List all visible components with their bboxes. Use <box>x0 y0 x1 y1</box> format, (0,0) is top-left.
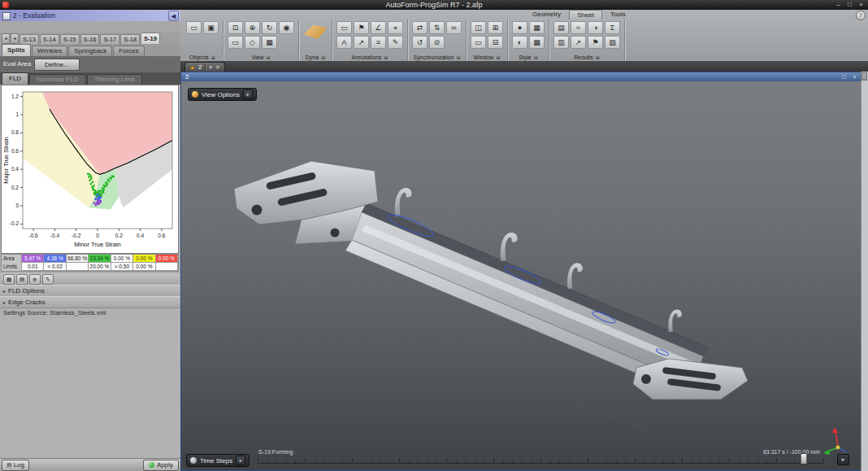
grid-view-icon[interactable]: ▦ <box>262 36 277 49</box>
limit-cell-1[interactable]: < 0.02 <box>44 263 66 271</box>
menu-tab-sheet[interactable]: Sheet <box>569 10 602 20</box>
menu-tab-tools[interactable]: Tools <box>603 10 633 19</box>
sync-off-icon[interactable]: ⊘ <box>429 36 445 49</box>
limit-cell-6[interactable] <box>156 263 178 271</box>
right-strip-button[interactable] <box>861 72 867 81</box>
viewport-maximize-button[interactable]: □ <box>840 72 848 81</box>
limit-cell-0[interactable]: 0.01 <box>22 263 44 271</box>
result-sum-icon[interactable]: Σ <box>605 21 620 34</box>
iso-view-icon[interactable]: ◇ <box>245 36 260 49</box>
result-tab-thinning-limit[interactable]: Thinning Limit <box>87 74 142 85</box>
group-expand-icon[interactable]: ⊞ <box>496 55 500 60</box>
camera-icon[interactable]: ◉ <box>279 21 294 34</box>
zoom-view-icon[interactable]: ⊕ <box>245 21 260 34</box>
split-window-icon[interactable]: ◫ <box>471 21 486 34</box>
text-icon[interactable]: A <box>336 36 352 49</box>
result-vector-icon[interactable]: ↗ <box>571 36 586 49</box>
result-curve-icon[interactable]: ≈ <box>571 21 586 34</box>
shaded-style-icon[interactable]: ● <box>512 21 527 34</box>
chart-table-icon[interactable]: ▦ <box>3 274 15 285</box>
stage-tab-s-17[interactable]: S-17 <box>100 34 119 44</box>
group-expand-icon[interactable]: ⊞ <box>456 55 460 60</box>
wireframe-style-icon[interactable]: ▦ <box>529 21 545 34</box>
stage-tab-s-19[interactable]: S-19 <box>141 33 160 44</box>
section-fld-options[interactable]: ▸FLD Options <box>0 285 180 297</box>
menu-tab-geometry[interactable]: Geometry <box>525 10 568 19</box>
single-window-icon[interactable]: ▭ <box>471 36 486 49</box>
limit-cell-2[interactable] <box>67 263 89 271</box>
label-icon[interactable]: ▭ <box>336 21 352 34</box>
category-tab-splits[interactable]: Splits <box>2 44 31 56</box>
result-flag-icon[interactable]: ⚑ <box>588 36 603 49</box>
group-expand-icon[interactable]: ⊞ <box>321 55 325 60</box>
fit-view-icon[interactable]: ⊡ <box>228 21 243 34</box>
arrow-annotation-icon[interactable]: ↗ <box>354 36 369 49</box>
sync-link-icon[interactable]: ∞ <box>446 21 462 34</box>
right-panel-strip[interactable] <box>861 72 868 471</box>
apply-button[interactable]: Apply <box>143 460 179 471</box>
fld-chart-svg[interactable]: -0.6-0.4-0.200.20.40.6-0.200.20.40.60.81… <box>2 85 178 253</box>
tile-window-icon[interactable]: ⊞ <box>488 21 503 34</box>
result-report-icon[interactable]: ▧ <box>605 36 620 49</box>
dyna-part-icon[interactable] <box>303 21 328 42</box>
maximize-button[interactable]: □ <box>844 0 855 10</box>
group-expand-icon[interactable]: ⊞ <box>267 55 271 60</box>
category-tab-forces[interactable]: Forces <box>113 46 144 56</box>
front-view-icon[interactable]: ▭ <box>228 36 243 49</box>
cascade-window-icon[interactable]: ⊟ <box>488 36 503 49</box>
mesh-style-icon[interactable]: ▩ <box>529 36 545 49</box>
time-steps-button[interactable]: Time Steps ▸ <box>186 454 250 467</box>
viewport-titlebar[interactable]: 2 □ × <box>181 72 861 81</box>
probe-icon[interactable]: ⌖ <box>388 21 403 34</box>
result-bars-icon[interactable]: ▥ <box>553 36 569 49</box>
stage-scroll-left-icon[interactable]: ◂ <box>2 33 10 44</box>
time-slider[interactable] <box>258 456 823 464</box>
stage-tab-s-13[interactable]: S-13 <box>20 34 39 44</box>
sync-vertical-icon[interactable]: ⇅ <box>429 21 445 34</box>
limit-cell-3[interactable]: 20.00 % <box>89 263 111 271</box>
viewport-close-button[interactable]: × <box>850 72 859 81</box>
sheet-metal-part[interactable] <box>181 81 861 464</box>
chart-zoom-icon[interactable]: ⊕ <box>29 274 41 285</box>
sync-horizontal-icon[interactable]: ⇄ <box>412 21 427 34</box>
angle-icon[interactable]: ∠ <box>371 21 386 34</box>
group-expand-icon[interactable]: ⊞ <box>534 55 538 60</box>
stage-scroll-left2-icon[interactable]: ◂ <box>11 33 19 44</box>
category-tab-springback[interactable]: Springback <box>68 46 112 56</box>
minimize-button[interactable]: – <box>833 0 844 10</box>
category-tab-wrinkles[interactable]: Wrinkles <box>32 46 68 56</box>
limit-cell-4[interactable]: > 0.50 <box>111 263 133 271</box>
flag-icon[interactable]: ⚑ <box>354 21 369 34</box>
document-tab-2[interactable]: ▲ 2 ▾ ✕ <box>184 62 225 72</box>
group-expand-icon[interactable]: ⊞ <box>211 55 215 60</box>
sheet-object-icon[interactable]: ▭ <box>186 21 202 34</box>
list-icon[interactable]: ≡ <box>371 36 386 49</box>
view-options-button[interactable]: View Options ▸ <box>188 88 257 101</box>
tool-object-icon[interactable]: ▣ <box>203 21 219 34</box>
view-options-chevron-icon[interactable]: ▸ <box>243 89 253 99</box>
result-scale-icon[interactable]: ▤ <box>553 21 569 34</box>
result-section-icon[interactable]: ◑ <box>588 21 603 34</box>
stage-tab-s-14[interactable]: S-14 <box>40 34 59 44</box>
sync-rotate-icon[interactable]: ↺ <box>412 36 427 49</box>
edit-annotation-icon[interactable]: ✎ <box>388 36 403 49</box>
result-tab-fld[interactable]: FLD <box>2 72 28 85</box>
time-slider-handle[interactable] <box>800 453 807 464</box>
result-tab-nonlinear-fld[interactable]: Nonlinear FLD <box>29 74 86 85</box>
time-steps-chevron-icon[interactable]: ▸ <box>236 456 245 465</box>
log-button[interactable]: ▤Log <box>2 460 29 471</box>
rotate-view-icon[interactable]: ↻ <box>262 21 277 34</box>
group-expand-icon[interactable]: ⊞ <box>596 55 600 60</box>
smooth-style-icon[interactable]: ◐ <box>512 36 527 49</box>
stage-tab-s-15[interactable]: S-15 <box>60 34 80 44</box>
stage-tab-s-16[interactable]: S-16 <box>80 34 100 44</box>
group-expand-icon[interactable]: ⊞ <box>384 55 388 60</box>
chart-export-icon[interactable]: ▤ <box>16 274 28 285</box>
close-button[interactable]: × <box>856 0 866 10</box>
stage-tab-s-18[interactable]: S-18 <box>120 34 140 44</box>
limit-cell-5[interactable]: 0.00 % <box>133 263 155 271</box>
panel-collapse-button[interactable]: ◀ <box>168 11 179 21</box>
define-button[interactable]: Define... <box>34 59 80 71</box>
section-edge-cracks[interactable]: ▸Edge Cracks <box>0 296 180 308</box>
chart-edit-icon[interactable]: ✎ <box>42 274 54 285</box>
